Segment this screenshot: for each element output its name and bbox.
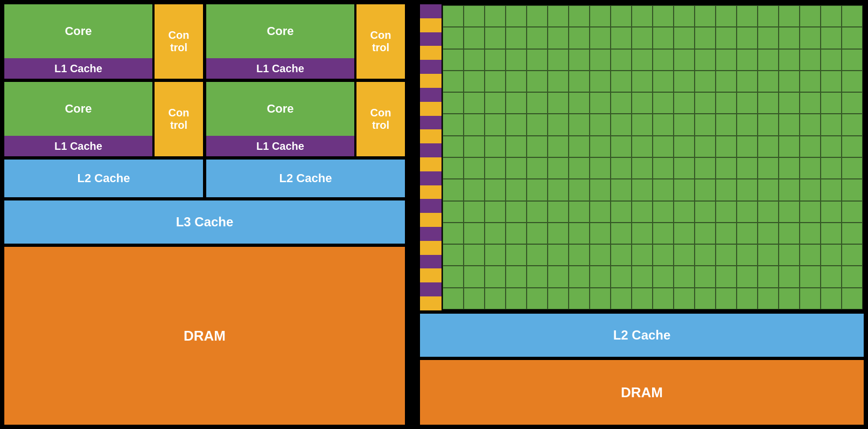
gpu-cell bbox=[464, 179, 485, 200]
gpu-cell bbox=[758, 27, 779, 49]
gpu-cell bbox=[506, 92, 527, 114]
gpu-cell bbox=[653, 244, 674, 266]
gpu-cell bbox=[737, 49, 758, 71]
gpu-cell bbox=[506, 266, 527, 287]
gpu-cell bbox=[443, 71, 464, 92]
gpu-cell bbox=[569, 27, 590, 49]
gpu-cell bbox=[569, 92, 590, 114]
gpu-cell bbox=[821, 157, 842, 179]
gpu-cell bbox=[527, 244, 548, 266]
gpu-cell bbox=[548, 114, 569, 135]
gpu-cell bbox=[569, 114, 590, 135]
gpu-cell bbox=[653, 49, 674, 71]
stripe-segment bbox=[420, 88, 442, 102]
core-block-top-left: Core L1 Cache bbox=[4, 4, 152, 79]
gpu-cell bbox=[716, 136, 737, 157]
gpu-cell bbox=[506, 179, 527, 200]
gpu-cell bbox=[527, 223, 548, 244]
gpu-cell bbox=[506, 201, 527, 223]
gpu-l2-cache: L2 Cache bbox=[420, 314, 864, 357]
gpu-cell bbox=[632, 5, 653, 27]
gpu-cell bbox=[842, 114, 863, 135]
gpu-cell bbox=[632, 27, 653, 49]
gpu-cell bbox=[485, 244, 506, 266]
gpu-cell bbox=[695, 136, 716, 157]
core-top-left: Core bbox=[4, 4, 152, 58]
gpu-cell bbox=[548, 157, 569, 179]
gpu-cell bbox=[611, 27, 632, 49]
gpu-cell bbox=[527, 27, 548, 49]
gpu-cell bbox=[485, 266, 506, 287]
gpu-cell bbox=[548, 288, 569, 309]
gpu-cell bbox=[653, 266, 674, 287]
gpu-cell bbox=[758, 157, 779, 179]
cpu-diagram: Core L1 Cache Control Core L1 Cache Cont… bbox=[0, 0, 409, 429]
cpu-core-group-top-left: Core L1 Cache Control bbox=[4, 4, 203, 79]
gpu-cell bbox=[653, 179, 674, 200]
gpu-cell bbox=[611, 49, 632, 71]
gpu-cell bbox=[548, 266, 569, 287]
gpu-cell bbox=[737, 179, 758, 200]
gpu-cell bbox=[464, 288, 485, 309]
gpu-cores-area bbox=[420, 4, 864, 310]
gpu-cell bbox=[527, 201, 548, 223]
gpu-cell bbox=[464, 244, 485, 266]
core-top-right: Core bbox=[206, 4, 354, 58]
stripe-segment bbox=[420, 171, 442, 185]
gpu-cell bbox=[737, 114, 758, 135]
stripe-segment bbox=[420, 18, 442, 32]
stripe-segment bbox=[420, 129, 442, 143]
gpu-cell bbox=[590, 157, 611, 179]
gpu-cell bbox=[464, 114, 485, 135]
gpu-cell bbox=[716, 71, 737, 92]
gpu-cell bbox=[779, 136, 800, 157]
gpu-cell bbox=[842, 71, 863, 92]
gpu-cell bbox=[632, 288, 653, 309]
gpu-cell bbox=[716, 157, 737, 179]
gpu-cell bbox=[464, 71, 485, 92]
gpu-cell bbox=[632, 244, 653, 266]
gpu-cell bbox=[800, 157, 821, 179]
gpu-cell bbox=[506, 288, 527, 309]
gpu-cell bbox=[758, 49, 779, 71]
gpu-cell bbox=[779, 266, 800, 287]
gpu-cell bbox=[464, 136, 485, 157]
gpu-cell bbox=[737, 266, 758, 287]
gpu-cell bbox=[800, 244, 821, 266]
stripe-segment bbox=[420, 268, 442, 282]
gpu-cell bbox=[737, 27, 758, 49]
gpu-cell bbox=[821, 223, 842, 244]
gpu-cell bbox=[674, 223, 695, 244]
gpu-cell bbox=[695, 157, 716, 179]
gpu-cell bbox=[590, 136, 611, 157]
control-top-left: Control bbox=[155, 4, 203, 79]
gpu-cell bbox=[779, 92, 800, 114]
gpu-cell bbox=[737, 223, 758, 244]
gpu-cell bbox=[674, 27, 695, 49]
gpu-cell bbox=[716, 244, 737, 266]
gpu-cell bbox=[443, 27, 464, 49]
gpu-cell bbox=[800, 114, 821, 135]
gpu-cell bbox=[632, 49, 653, 71]
gpu-cell bbox=[821, 49, 842, 71]
stripe-segment bbox=[420, 116, 442, 130]
stripe-segment bbox=[420, 157, 442, 171]
gpu-cell bbox=[800, 201, 821, 223]
center-divider bbox=[409, 0, 416, 429]
gpu-cell bbox=[800, 5, 821, 27]
gpu-cell bbox=[695, 92, 716, 114]
gpu-cell bbox=[674, 244, 695, 266]
gpu-cell bbox=[590, 49, 611, 71]
core-block-top-right: Core L1 Cache bbox=[206, 4, 354, 79]
gpu-cell bbox=[716, 179, 737, 200]
gpu-grid bbox=[442, 4, 864, 310]
gpu-cell bbox=[695, 223, 716, 244]
gpu-cell bbox=[443, 114, 464, 135]
gpu-cell bbox=[716, 266, 737, 287]
gpu-cell bbox=[443, 179, 464, 200]
gpu-cell bbox=[716, 5, 737, 27]
gpu-cell bbox=[485, 157, 506, 179]
gpu-cell bbox=[842, 157, 863, 179]
gpu-cell bbox=[527, 288, 548, 309]
gpu-cell bbox=[800, 71, 821, 92]
